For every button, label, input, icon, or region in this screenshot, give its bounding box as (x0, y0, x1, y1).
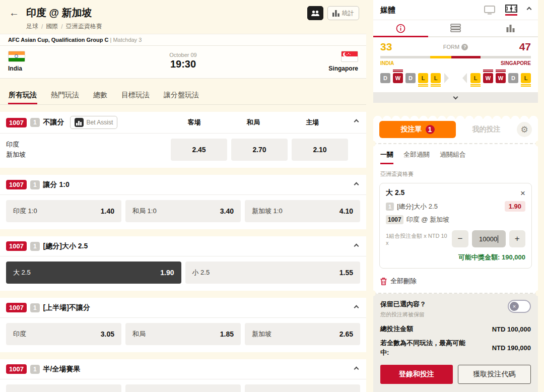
odds-button[interactable]: 和局1.85 (125, 323, 241, 345)
back-button[interactable]: ← (9, 7, 19, 19)
bet-assist-button[interactable]: Bet Assist (70, 116, 118, 129)
head-to-head-icon (311, 10, 320, 17)
collapse-icon[interactable] (354, 367, 359, 372)
remove-bet-icon[interactable]: × (520, 189, 525, 198)
text-cursor (498, 235, 498, 243)
tv-stream-button[interactable] (484, 6, 495, 15)
collapse-icon[interactable] (354, 182, 359, 187)
odds-button[interactable]: 和局 1:03.40 (125, 200, 241, 222)
breadcrumb-separator: / (41, 23, 43, 30)
odds-button-over-selected[interactable]: 大 2.51.90 (6, 262, 181, 284)
odds-button-home[interactable]: 2.10 (292, 139, 348, 161)
betslip-count-badge: 1 (426, 125, 435, 134)
breadcrumb-competition[interactable]: 亞洲盃資格賽 (66, 22, 102, 31)
odds-boxes: 2.45 2.70 2.10 (171, 139, 348, 161)
max-win-value: NTD 190,000 (492, 344, 531, 352)
odds-row: 印度 1:01.40 和局 1:03.40 新加坡 1:04.10 (0, 195, 366, 229)
tab-match-info[interactable] (373, 20, 428, 36)
odds-button[interactable]: 印度 1:01.40 (6, 200, 121, 222)
get-bet-code-button[interactable]: 獲取投注代碼 (458, 365, 531, 384)
away-form-value: 47 (519, 41, 531, 53)
column-away: 客場 (165, 118, 224, 127)
stake-decrease-button[interactable]: − (452, 230, 468, 247)
page-title: 印度 @ 新加坡 (26, 6, 102, 20)
tab-totals[interactable]: 總數 (93, 87, 108, 104)
odds-button[interactable]: 印度/和局12.00 (125, 384, 241, 392)
collapse-icon[interactable] (354, 244, 359, 249)
odds-button-draw[interactable]: 2.70 (231, 139, 288, 161)
matchday-label: Matchday 3 (113, 37, 142, 43)
expand-media-bar[interactable] (373, 92, 538, 103)
market-num-badge: 1 (30, 365, 40, 374)
tab-all-markets[interactable]: 所有玩法 (8, 87, 37, 104)
odds-row: 印度 新加坡 2.45 2.70 2.10 (0, 134, 366, 168)
stake-row: 1組合投注金額 x NTD 10 x − 10000 + (386, 230, 525, 247)
collapse-icon[interactable] (354, 119, 359, 124)
bet-type-tabs: 一關 全部過關 過關組合 (373, 144, 538, 164)
total-stake-value: NTD 100,000 (492, 325, 531, 333)
stats-button[interactable]: 統計 (327, 6, 359, 20)
bet-code-badge: 1007 (386, 215, 403, 224)
breadcrumb-region[interactable]: 國際 (46, 22, 58, 31)
market-code-badge: 1007 (6, 118, 27, 127)
stake-increase-button[interactable]: + (509, 230, 525, 247)
market-title: [總分]大小 2.5 (43, 242, 88, 251)
tab-single[interactable]: 一關 (380, 150, 393, 164)
odds-button-under[interactable]: 小 2.51.55 (185, 262, 361, 284)
odds-button[interactable]: 印度/新加坡26.00 (245, 384, 360, 392)
competition-name: AFC Asian Cup, Qualification Group C (8, 37, 108, 43)
collapse-icon[interactable] (354, 305, 359, 310)
tab-handicap-markets[interactable]: 讓分盤玩法 (163, 87, 199, 104)
market-title: 半/全場賽果 (43, 365, 81, 374)
title-wrap: 印度 @ 新加坡 足球 / 國際 / 亞洲盃資格賽 (26, 6, 102, 31)
settings-button[interactable]: ⚙ (517, 122, 532, 137)
match-info-row: India October 09 19:30 Singapore (0, 46, 366, 79)
tab-lineups[interactable] (428, 20, 483, 36)
match-date: October 09 (169, 52, 196, 58)
market-num-badge: 1 (30, 303, 40, 312)
form-result-badge: W (393, 73, 403, 83)
tab-accumulator[interactable]: 全部過關 (403, 150, 430, 164)
odds-button[interactable]: 印度3.05 (6, 323, 121, 345)
odds-button-away[interactable]: 2.45 (171, 139, 227, 161)
bet-num-badge: 1 (386, 203, 394, 211)
form-result-badge: L (470, 73, 481, 83)
form-result-badge: W (483, 73, 493, 83)
help-icon[interactable]: ? (461, 44, 468, 50)
media-tabs (373, 20, 538, 37)
tab-popular-markets[interactable]: 熱門玩法 (50, 87, 80, 104)
form-comparison: 33 FORM ? 47 INDIA SINGAPORE D W D L (373, 37, 538, 92)
tab-system[interactable]: 過關組合 (440, 150, 466, 164)
odds-button[interactable]: 新加坡 1:04.10 (245, 200, 360, 222)
away-form-team: SINGAPORE (501, 60, 531, 66)
team-away-label: 新加坡 (6, 150, 171, 160)
odds-grid: 印度/印度4.00 印度/和局12.00 印度/新加坡26.00 和局/印度5.… (0, 379, 366, 392)
column-home: 主場 (283, 118, 342, 127)
keep-selection-toggle[interactable]: × (508, 300, 531, 313)
media-panel: 媒體 (373, 0, 538, 103)
bet-assist-icon (75, 118, 84, 127)
more-results-icon[interactable] (462, 73, 467, 83)
keep-selection-subtitle: 您的投注將被保留 (380, 311, 426, 318)
market-num-badge: 1 (30, 242, 40, 251)
login-and-bet-button[interactable]: 登錄和投注 (380, 365, 453, 384)
singapore-flag-icon (341, 51, 358, 62)
form-label: FORM ? (392, 44, 519, 50)
betslip-tab-button[interactable]: 投注單 1 (379, 121, 456, 138)
stake-input[interactable]: 10000 (472, 230, 506, 247)
home-team-block: India (8, 51, 169, 72)
home-form-value: 33 (380, 41, 392, 53)
pitch-view-button[interactable] (505, 5, 517, 16)
more-results-icon[interactable] (444, 73, 449, 83)
tab-goal-markets[interactable]: 目標玩法 (121, 87, 150, 104)
mybets-tab-button[interactable]: 我的投注 (456, 125, 517, 134)
odds-button[interactable]: 新加坡2.65 (245, 323, 360, 345)
odds-button[interactable]: 印度/印度4.00 (6, 384, 121, 392)
head-to-head-button[interactable] (307, 6, 323, 20)
breadcrumb-separator: / (61, 23, 62, 30)
bet-market-label: [總分]大小 2.5 (397, 202, 438, 211)
delete-all-button[interactable]: 全部刪除 (373, 275, 538, 293)
tab-statistics[interactable] (483, 20, 538, 36)
breadcrumb-sport[interactable]: 足球 (26, 22, 38, 31)
collapse-media-icon[interactable] (527, 7, 532, 12)
